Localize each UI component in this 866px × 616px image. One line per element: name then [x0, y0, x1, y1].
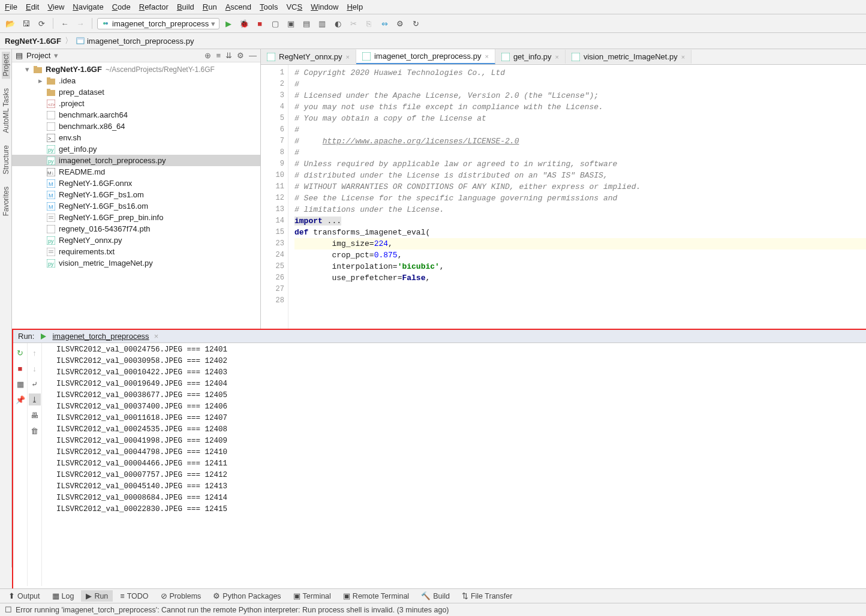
trash-icon[interactable]: 🗑 [29, 425, 41, 437]
down-icon[interactable]: ↓ [29, 362, 41, 374]
dropdown-icon[interactable]: ▾ [54, 51, 58, 60]
debug-icon[interactable]: 🐞 [237, 17, 251, 30]
tree-item-benchmark-aarch64[interactable]: benchmark.aarch64 [12, 109, 260, 121]
refresh-icon[interactable]: ⟳ [35, 17, 48, 30]
save-icon[interactable]: 🖫 [19, 17, 32, 30]
close-icon[interactable]: × [485, 53, 488, 60]
tb2-icon[interactable]: ▣ [284, 17, 297, 30]
tb9-icon[interactable]: ⚙ [393, 17, 407, 30]
rail-structure[interactable]: Structure [2, 143, 10, 177]
tree-item-readme-md[interactable]: M↓README.md [12, 166, 260, 178]
close-icon[interactable]: × [346, 53, 350, 61]
pin-icon[interactable]: 📌 [14, 393, 26, 405]
tool-terminal[interactable]: ▣Terminal [288, 590, 336, 602]
tool-output[interactable]: ⬆Output [4, 590, 45, 602]
build-icon: 🔨 [421, 591, 431, 600]
run-icon[interactable]: ▶ [222, 17, 235, 30]
menu-build[interactable]: Build [177, 2, 194, 11]
tb3-icon[interactable]: ▤ [300, 17, 313, 30]
tab-vision-metric-imagenet-py[interactable]: vision_metric_ImageNet.py× [566, 50, 691, 64]
menu-vcs[interactable]: VCS [286, 2, 302, 11]
tree-item-imagenet-torch-preprocess-py[interactable]: pyimagenet_torch_preprocess.py [12, 155, 260, 166]
tb10-icon[interactable]: ↻ [409, 17, 422, 30]
tab-regnety-onnx-py[interactable]: RegNetY_onnx.py× [261, 50, 356, 64]
run-console[interactable]: ILSVRC2012_val_00024756.JPEG === 12401 I… [42, 343, 866, 586]
tool-run[interactable]: ▶Run [81, 590, 113, 602]
tree-item-regnety-1-6gf-prep-bin-info[interactable]: RegNetY-1.6GF_prep_bin.info [12, 212, 260, 223]
tree-item-regnety-onnx-py[interactable]: pyRegNetY_onnx.py [12, 235, 260, 246]
tb4-icon[interactable]: ▥ [315, 17, 329, 30]
tool-build[interactable]: 🔨Build [416, 590, 455, 602]
tool-remote-terminal[interactable]: ▣Remote Terminal [338, 590, 414, 602]
menu-refactor[interactable]: Refactor [139, 2, 169, 11]
up-icon[interactable]: ↑ [29, 347, 41, 359]
tb7-icon[interactable]: ⎘ [362, 17, 375, 30]
scroll-icon[interactable]: ⤓ [29, 393, 41, 405]
tree-item-regnety-016-54367f74-pth[interactable]: regnety_016-54367f74.pth [12, 223, 260, 235]
rail-project[interactable]: Project [2, 52, 10, 79]
tab-imagenet-torch-preprocess-py[interactable]: imagenet_torch_preprocess.py× [356, 49, 495, 64]
tree-item-regnety-1-6gf-onnx[interactable]: MRegNetY-1.6GF.onnx [12, 178, 260, 189]
menu-ascend[interactable]: Ascend [225, 2, 251, 11]
collapse-icon[interactable]: ⇊ [225, 51, 232, 60]
tool-file-transfer[interactable]: ⇅File Transfer [457, 590, 517, 602]
hide-icon[interactable]: — [249, 51, 257, 60]
tool-problems[interactable]: ⊘Problems [156, 590, 206, 602]
tree-item-benchmark-x86-64[interactable]: benchmark.x86_64 [12, 121, 260, 132]
close-icon[interactable]: × [555, 53, 559, 61]
menu-tools[interactable]: Tools [260, 2, 278, 11]
tree-item-env-sh[interactable]: >_env.sh [12, 132, 260, 143]
svg-point-1 [106, 22, 108, 25]
nav-breadcrumb: RegNetY-1.6GF 〉 imagenet_torch_preproces… [0, 33, 866, 49]
gear-icon[interactable]: ⚙ [237, 51, 244, 60]
tb5-icon[interactable]: ◐ [331, 17, 344, 30]
tb8-icon[interactable]: ⇔ [378, 17, 391, 30]
layout-icon[interactable]: ▦ [14, 378, 26, 390]
menu-edit[interactable]: Edit [26, 2, 39, 11]
stop-icon[interactable]: ■ [14, 362, 26, 374]
tool-todo[interactable]: ≡TODO [115, 591, 153, 602]
back-icon[interactable]: ← [58, 17, 71, 30]
print-icon[interactable]: 🖶 [29, 409, 41, 421]
crumb-project[interactable]: RegNetY-1.6GF [5, 37, 61, 46]
tree-root[interactable]: ▾RegNetY-1.6GF ~/AscendProjects/RegNetY-… [12, 64, 260, 75]
svg-rect-6 [47, 79, 55, 85]
tree-item-prep-dataset[interactable]: prep_dataset [12, 86, 260, 98]
close-icon[interactable]: × [681, 53, 685, 61]
locate-icon[interactable]: ⊕ [205, 51, 211, 60]
tree-item-vision-metric-imagenet-py[interactable]: pyvision_metric_ImageNet.py [12, 257, 260, 269]
tool-log[interactable]: ▦Log [47, 590, 79, 602]
rail-favorites[interactable]: Favorites [2, 184, 10, 218]
wrap-icon[interactable]: ⤶ [29, 378, 41, 390]
close-icon[interactable]: × [154, 332, 159, 341]
project-header: ▤ Project ▾ ⊕ ≡ ⇊ ⚙ — [12, 49, 260, 62]
run-tab-name[interactable]: imagenet_torch_preprocess [52, 332, 149, 341]
tree-item--idea[interactable]: ▸.idea [12, 75, 260, 86]
tab-get-info-py[interactable]: get_info.py× [495, 50, 566, 64]
tree-item-regnety-1-6gf-bs1-om[interactable]: MRegNetY-1.6GF_bs1.om [12, 189, 260, 200]
forward-icon[interactable]: → [74, 17, 87, 30]
tree-item-get-info-py[interactable]: pyget_info.py [12, 143, 260, 155]
stop-icon[interactable]: ■ [253, 17, 266, 30]
menu-code[interactable]: Code [112, 2, 131, 11]
rerun-icon[interactable]: ↻ [14, 347, 26, 359]
menu-navigate[interactable]: Navigate [73, 2, 103, 11]
svg-text:M↓: M↓ [47, 170, 54, 176]
menu-run[interactable]: Run [203, 2, 217, 11]
menu-window[interactable]: Window [311, 2, 338, 11]
menu-view[interactable]: View [47, 2, 64, 11]
tree-item--project[interactable]: </>.project [12, 98, 260, 109]
tree-item-regnety-1-6gf-bs16-om[interactable]: MRegNetY-1.6GF_bs16.om [12, 200, 260, 212]
rail-automl-tasks[interactable]: AutoML Tasks [2, 86, 10, 136]
tb1-icon[interactable]: ▢ [269, 17, 282, 30]
menu-help[interactable]: Help [347, 2, 363, 11]
svg-rect-4 [34, 67, 42, 73]
tree-item-requirements-txt[interactable]: requirements.txt [12, 246, 260, 257]
tb6-icon[interactable]: ✂ [347, 17, 360, 30]
crumb-file[interactable]: imagenet_torch_preprocess.py [87, 37, 194, 46]
expand-icon[interactable]: ≡ [216, 51, 221, 60]
open-icon[interactable]: 📂 [4, 17, 17, 30]
tool-python-packages[interactable]: ⚙Python Packages [208, 590, 285, 602]
run-config-selector[interactable]: imagenet_torch_preprocess ▾ [97, 18, 219, 29]
menu-file[interactable]: File [5, 2, 17, 11]
